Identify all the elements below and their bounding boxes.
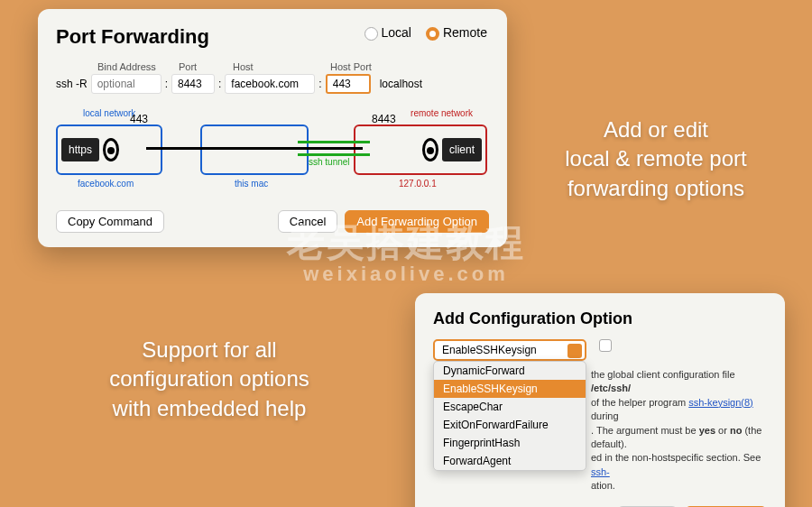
remote-box: client bbox=[354, 124, 487, 175]
help-bold: yes bbox=[699, 425, 715, 436]
network-diagram: local network remote network 443 8443 ht… bbox=[56, 103, 489, 198]
dialog-title: Add Configuration Option bbox=[433, 309, 767, 328]
dropdown-item[interactable]: EnableSSHKeysign bbox=[434, 380, 586, 398]
cmd-suffix: localhost bbox=[380, 78, 422, 90]
field-labels: Bind Address Port Host Host Port bbox=[56, 61, 489, 72]
tunnel-wire bbox=[298, 141, 370, 143]
help-fragment: during bbox=[591, 410, 619, 421]
help-fragment: ation. bbox=[591, 480, 615, 491]
colon: : bbox=[218, 78, 221, 90]
colon: : bbox=[318, 78, 321, 90]
host-input[interactable] bbox=[225, 74, 315, 94]
help-path: /etc/ssh/ bbox=[591, 383, 631, 393]
command-row: ssh -R : : : localhost bbox=[56, 74, 489, 94]
help-fragment: the global client configuration file bbox=[591, 369, 735, 380]
help-fragment: ed in the non-hostspecific section. See bbox=[591, 452, 761, 463]
option-checkbox[interactable] bbox=[599, 339, 612, 352]
remote-chip: client bbox=[442, 138, 482, 161]
local-box: https bbox=[56, 124, 162, 175]
local-chip: https bbox=[61, 138, 99, 161]
tunnel-label: ssh tunnel bbox=[309, 157, 350, 167]
middle-box bbox=[200, 124, 309, 175]
help-fragment: or bbox=[715, 425, 730, 436]
headline-forwarding: Add or editlocal & remote portforwarding… bbox=[516, 115, 796, 203]
add-forwarding-option-button[interactable]: Add Forwarding Option bbox=[345, 210, 489, 233]
local-port-label: 443 bbox=[130, 113, 148, 125]
headline-config: Support for allconfiguration optionswith… bbox=[38, 336, 381, 423]
help-fragment: of the helper program bbox=[591, 397, 688, 408]
radio-local-label: Local bbox=[382, 25, 411, 40]
dropdown-item[interactable]: ForwardAgent bbox=[434, 452, 586, 470]
port-forwarding-dialog: Port Forwarding Local Remote Bind Addres… bbox=[38, 9, 507, 247]
button-row: Copy Command Cancel Add Forwarding Optio… bbox=[56, 210, 489, 233]
forwarding-type-radio-group: Local Remote bbox=[364, 25, 488, 41]
port-input[interactable] bbox=[171, 74, 215, 94]
cmd-prefix: ssh -R bbox=[56, 78, 88, 90]
label-host: Host bbox=[233, 61, 330, 72]
label-bind-address: Bind Address bbox=[97, 61, 179, 72]
socket-icon bbox=[103, 138, 119, 161]
help-link-ssh[interactable]: ssh- bbox=[591, 466, 610, 477]
help-bold: no bbox=[730, 425, 742, 436]
copy-command-button[interactable]: Copy Command bbox=[56, 210, 164, 233]
dropdown-list: DynamicForward EnableSSHKeysign EscapeCh… bbox=[433, 361, 586, 471]
dropdown-item[interactable]: FingerprintHash bbox=[434, 434, 586, 452]
cancel-button[interactable]: Cancel bbox=[278, 210, 337, 233]
label-host-port: Host Port bbox=[330, 61, 402, 72]
local-network-label: local network bbox=[83, 108, 135, 118]
tunnel-wire bbox=[298, 153, 370, 156]
help-fragment: . The argument must be bbox=[591, 425, 699, 436]
local-host-label: facebook.com bbox=[78, 179, 134, 189]
colon: : bbox=[165, 78, 168, 90]
remote-port-label: 8443 bbox=[372, 113, 396, 125]
help-link-ssh-keysign[interactable]: ssh-keysign(8) bbox=[688, 397, 753, 408]
radio-remote[interactable]: Remote bbox=[426, 25, 487, 41]
wire bbox=[146, 147, 363, 150]
remote-host-label: 127.0.0.1 bbox=[399, 179, 437, 189]
socket-icon bbox=[422, 138, 438, 161]
radio-local[interactable]: Local bbox=[364, 25, 411, 41]
option-dropdown[interactable]: EnableSSHKeysign DynamicForward EnableSS… bbox=[433, 339, 586, 361]
radio-remote-label: Remote bbox=[443, 25, 487, 40]
watermark-line2: weixiaolive.com bbox=[287, 263, 525, 285]
dropdown-item[interactable]: DynamicForward bbox=[434, 362, 586, 380]
bind-address-input[interactable] bbox=[91, 74, 161, 94]
middle-host-label: this mac bbox=[235, 179, 268, 189]
dropdown-item[interactable]: EscapeChar bbox=[434, 398, 586, 416]
add-config-option-dialog: Add Configuration Option EnableSSHKeysig… bbox=[415, 293, 785, 507]
host-port-input[interactable] bbox=[326, 74, 371, 94]
dropdown-button[interactable]: EnableSSHKeysign bbox=[433, 339, 586, 361]
remote-network-label: remote network bbox=[411, 108, 473, 118]
dropdown-item[interactable]: ExitOnForwardFailure bbox=[434, 416, 586, 434]
label-port: Port bbox=[179, 61, 233, 72]
